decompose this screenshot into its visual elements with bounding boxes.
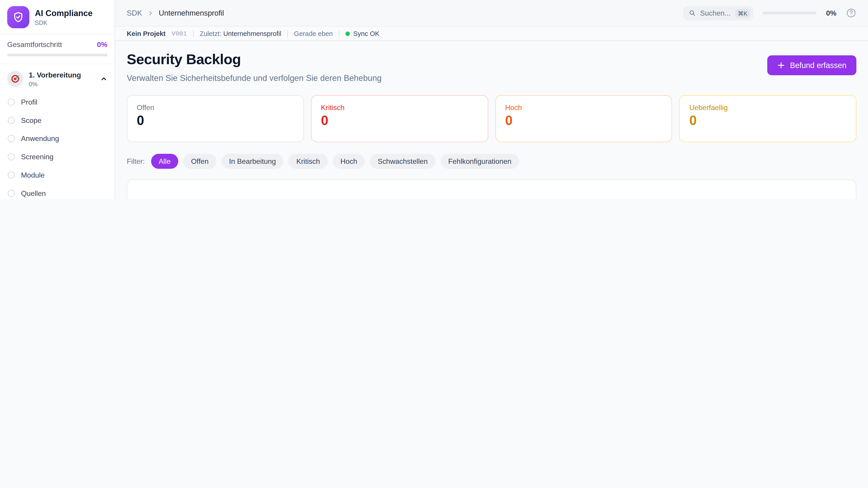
add-finding-button[interactable]: Befund erfassen (767, 55, 856, 75)
sidebar-item-quellen[interactable]: Quellen (0, 184, 115, 199)
overall-progress-bar (7, 54, 107, 57)
chevron-up-icon[interactable] (100, 75, 107, 82)
divider (339, 30, 339, 37)
overall-progress-label: Gesamtfortschritt (7, 40, 62, 49)
status-last-value: Unternehmensprofil (223, 30, 281, 37)
phase-title: 1. Vorbereitung (29, 71, 81, 79)
filter-pill-offen[interactable]: Offen (183, 154, 216, 169)
filter-label: Filter: (127, 157, 145, 166)
topbar: SDK Unternehmensprofil Suchen... ⌘K (115, 0, 868, 27)
content-area: Security Backlog Verwalten Sie Sicherhei… (115, 41, 868, 199)
filter-row: Filter: Alle Offen In Bearbeitung Kritis… (127, 154, 857, 169)
stat-card-offen: Offen 0 (127, 95, 304, 142)
search-placeholder: Suchen... (700, 9, 731, 17)
filter-pill-fehlkonfigurationen[interactable]: Fehlkonfigurationen (440, 154, 519, 169)
page-title: Security Backlog (127, 51, 381, 68)
stat-label: Offen (137, 103, 294, 112)
breadcrumb: SDK Unternehmensprofil (127, 9, 224, 17)
radio-circle-icon (8, 171, 15, 179)
filter-pill-alle[interactable]: Alle (151, 154, 178, 169)
divider (287, 30, 288, 37)
divider (193, 30, 193, 37)
status-time: Gerade eben (294, 30, 333, 37)
keyboard-shortcut-badge: ⌘K (735, 8, 750, 18)
radio-circle-icon (8, 153, 15, 160)
status-version: V001 (172, 30, 187, 37)
empty-state-card: Keine Befunde gefunden Passen Sie den Fi… (127, 179, 857, 199)
page-subtitle: Verwalten Sie Sicherheitsbefunde und ver… (127, 73, 381, 83)
filter-pill-in-bearbeitung[interactable]: In Bearbeitung (221, 154, 284, 169)
app-title: AI Compliance (35, 8, 92, 18)
app-root: AI Compliance SDK Gesamtfortschritt 0% (0, 0, 868, 199)
radio-circle-icon (8, 190, 15, 197)
app-logo (7, 6, 29, 28)
stat-label: Ueberfaellig (689, 103, 846, 112)
filter-pill-hoch[interactable]: Hoch (333, 154, 365, 169)
help-circle-icon[interactable] (846, 8, 857, 18)
stat-value: 0 (321, 113, 478, 128)
stats-row: Offen 0 Kritisch 0 Hoch 0 Ueberfaellig 0 (127, 95, 857, 142)
main-column: SDK Unternehmensprofil Suchen... ⌘K (115, 0, 868, 199)
filter-pill-schwachstellen[interactable]: Schwachstellen (370, 154, 436, 169)
stat-card-kritisch: Kritisch 0 (311, 95, 488, 142)
search-input[interactable]: Suchen... ⌘K (683, 6, 753, 20)
stat-value: 0 (689, 113, 846, 128)
status-last-label: Zuletzt: (199, 30, 221, 37)
phase-vorbereitung: 1. Vorbereitung 0% Profil Scope (0, 64, 115, 199)
app-subtitle: SDK (35, 20, 92, 26)
target-icon (7, 70, 23, 87)
phase-header-vorbereitung[interactable]: 1. Vorbereitung 0% (0, 64, 115, 93)
status-bar: Kein Projekt V001 Zuletzt: Unternehmensp… (115, 27, 868, 41)
stat-value: 0 (505, 113, 662, 128)
sidebar-item-module[interactable]: Module (0, 166, 115, 184)
status-project: Kein Projekt (127, 30, 166, 37)
sidebar-item-profil[interactable]: Profil (0, 93, 115, 111)
plus-icon (777, 61, 785, 69)
breadcrumb-item-current: Unternehmensprofil (159, 9, 224, 17)
sidebar-item-anwendung[interactable]: Anwendung (0, 129, 115, 148)
stat-card-hoch: Hoch 0 (495, 95, 672, 142)
stat-card-ueberfaellig: Ueberfaellig 0 (680, 95, 857, 142)
stat-value: 0 (137, 113, 294, 128)
overall-progress-value: 0% (97, 40, 107, 49)
filter-pill-kritisch[interactable]: Kritisch (289, 154, 328, 169)
app-logo-row: AI Compliance SDK (0, 0, 115, 34)
sidebar-nav: 1. Vorbereitung 0% Profil Scope (0, 64, 115, 199)
search-icon (688, 9, 696, 17)
shield-check-icon (12, 11, 24, 23)
radio-circle-icon (8, 117, 15, 124)
phase-percent: 0% (29, 81, 94, 88)
sidebar-item-scope[interactable]: Scope (0, 111, 115, 129)
radio-circle-icon (8, 98, 15, 106)
header-progress-bar (763, 11, 817, 14)
stat-label: Kritisch (321, 103, 478, 112)
stat-label: Hoch (505, 103, 662, 112)
sync-status-dot (345, 31, 350, 36)
breadcrumb-item-sdk[interactable]: SDK (127, 9, 142, 17)
overall-progress: Gesamtfortschritt 0% (0, 34, 115, 64)
sidebar: AI Compliance SDK Gesamtfortschritt 0% (0, 0, 115, 199)
sidebar-item-screening[interactable]: Screening (0, 148, 115, 166)
breadcrumb-chevron-icon (147, 10, 154, 16)
radio-circle-icon (8, 135, 15, 142)
header-progress-value: 0% (826, 9, 836, 17)
sync-status-label: Sync OK (353, 30, 379, 37)
